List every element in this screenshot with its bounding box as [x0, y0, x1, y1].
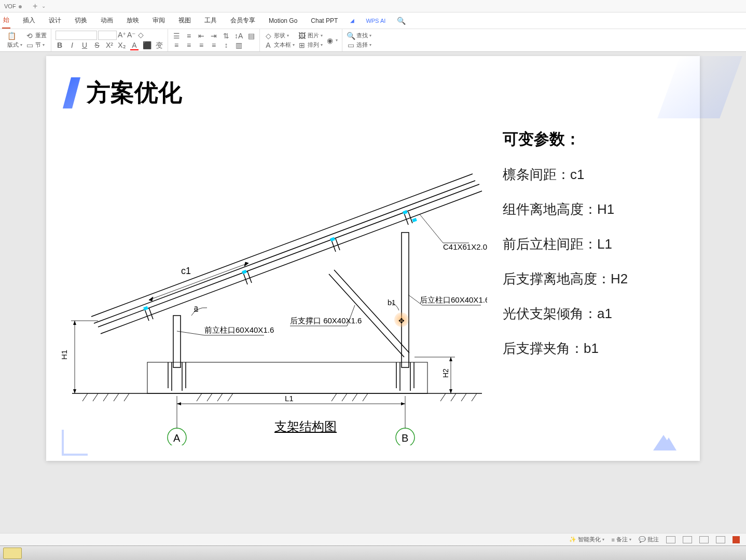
param-h1: 组件离地高度：H1 — [503, 200, 679, 218]
svg-rect-18 — [147, 362, 427, 393]
bullet-list-button[interactable]: ☰ — [172, 32, 181, 40]
sorter-view-button[interactable] — [683, 536, 692, 543]
slide-title-area: 方案优化 — [67, 77, 182, 109]
align-center-button[interactable]: ≡ — [185, 41, 193, 49]
section-dropdown[interactable]: ▭ 节 ▾ — [25, 41, 47, 49]
label-h1: H1 — [60, 350, 68, 360]
textbox-button[interactable]: A 文本框 ▾ — [264, 41, 295, 49]
label-b1: b1 — [388, 298, 396, 307]
tab-slideshow[interactable]: 放映 — [126, 13, 140, 28]
format-dropdown[interactable]: 版式 ▾ — [7, 41, 22, 49]
reading-view-button[interactable] — [699, 536, 709, 543]
structure-diagram[interactable]: c1 a b1 C41X61X2.0 前立柱口60X40X1.6 — [57, 124, 487, 445]
reset-icon: ⟲ — [25, 32, 34, 40]
tab-animation[interactable]: 动画 — [100, 13, 114, 28]
clear-format-button[interactable]: ◇ — [136, 31, 145, 40]
chevron-down-icon: ▾ — [321, 33, 323, 38]
tab-member[interactable]: 会员专享 — [229, 13, 256, 28]
highlight-button[interactable]: ⬛ — [143, 41, 151, 50]
label-spec-c: C41X61X2.0 — [443, 242, 487, 251]
subscript-button[interactable]: X₂ — [118, 41, 126, 50]
char-spacing-button[interactable]: 变 — [155, 41, 163, 50]
align-left-button[interactable]: ≡ — [172, 41, 181, 49]
params-title: 可变参数： — [503, 129, 679, 150]
reset-button[interactable]: ⟲ 重置 — [25, 32, 47, 40]
svg-marker-63 — [73, 389, 76, 393]
svg-line-35 — [145, 309, 149, 321]
normal-view-button[interactable] — [666, 536, 675, 543]
toolbar: 📋 版式 ▾ ⟲ 重置 ▭ 节 ▾ A⁺ A⁻ — [0, 29, 746, 52]
align-right-button[interactable]: ≡ — [197, 41, 205, 49]
label-rear-col: 后立柱口60X40X1.6 — [420, 295, 487, 304]
font-decrease-button[interactable]: A⁻ — [127, 31, 135, 40]
diagram-svg: c1 a b1 C41X61X2.0 前立柱口60X40X1.6 — [57, 124, 487, 445]
slide-title[interactable]: 方案优化 — [87, 77, 182, 109]
param-l1: 前后立柱间距：L1 — [503, 235, 679, 253]
tab-review[interactable]: 审阅 — [151, 13, 166, 28]
svg-line-8 — [217, 393, 223, 401]
svg-line-36 — [149, 308, 153, 319]
insert-group: ◇ 形状 ▾ A 文本框 ▾ 🖼 图片 ▾ ⊞ 排列 ▾ — [260, 29, 342, 51]
status-bar: ✨ 智能美化 ▾ ≡ 备注 ▾ 💬 批注 — [0, 533, 746, 545]
svg-line-5 — [124, 393, 129, 401]
svg-line-32 — [98, 184, 479, 327]
shape-button[interactable]: ◇ 形状 ▾ — [264, 32, 295, 40]
taskbar-app-icon[interactable] — [3, 548, 22, 559]
chevron-down-icon: ▾ — [20, 43, 22, 47]
svg-rect-24 — [402, 233, 409, 367]
zoom-button[interactable] — [733, 536, 740, 543]
strike-button[interactable]: S — [93, 41, 101, 50]
tab-tools[interactable]: 工具 — [203, 13, 218, 28]
parameters-panel[interactable]: 可变参数： 檩条间距：c1 组件离地高度：H1 前后立柱间距：L1 后支撑离地高… — [503, 129, 679, 374]
tab-insert[interactable]: 插入 — [22, 13, 36, 28]
slide[interactable]: 方案优化 — [46, 56, 700, 461]
smart-beautify-button[interactable]: ✨ 智能美化 ▾ — [569, 536, 604, 543]
align-text-button[interactable]: ↕A — [234, 32, 243, 40]
superscript-button[interactable]: X² — [105, 41, 114, 50]
tab-motion-go[interactable]: Motion Go — [268, 14, 298, 28]
notes-button[interactable]: ≡ 备注 ▾ — [612, 536, 631, 543]
align-justify-button[interactable]: ≡ — [210, 41, 218, 49]
tab-dropdown-icon[interactable]: ⌄ — [42, 3, 46, 9]
slideshow-button[interactable] — [716, 536, 725, 543]
find-button[interactable]: 🔍 查找 ▾ — [347, 32, 371, 40]
select-button[interactable]: ▭ 选择 ▾ — [347, 41, 371, 49]
chevron-down-icon: ▾ — [287, 33, 289, 38]
comments-button[interactable]: 💬 批注 — [639, 536, 659, 543]
tab-design[interactable]: 设计 — [48, 13, 62, 28]
font-family-input[interactable] — [56, 31, 97, 40]
fill-button[interactable]: ◉ ▾ — [326, 36, 338, 45]
svg-line-13 — [363, 393, 368, 401]
font-increase-button[interactable]: A⁺ — [118, 31, 126, 40]
line-spacing-button[interactable]: ↕ — [222, 41, 230, 49]
svg-line-3 — [103, 393, 108, 401]
font-size-input[interactable] — [98, 31, 117, 40]
tab-chat-ppt[interactable]: Chat PPT — [310, 14, 339, 28]
columns-button[interactable]: ▥ — [234, 41, 243, 49]
tab-transition[interactable]: 切换 — [74, 13, 88, 28]
diagram-caption[interactable]: 支架结构图 — [274, 418, 337, 435]
increase-indent-button[interactable]: ⇥ — [210, 32, 218, 40]
add-tab-button[interactable]: + — [33, 2, 37, 11]
wps-ai-button[interactable]: WPS AI — [366, 18, 385, 24]
svg-rect-47 — [412, 218, 417, 222]
marker-b: B — [402, 432, 408, 444]
document-tab[interactable]: VOF ● — [4, 2, 22, 10]
text-direction-button[interactable]: ⇅ — [222, 32, 230, 40]
decrease-indent-button[interactable]: ⇤ — [197, 32, 205, 40]
underline-button[interactable]: U — [80, 41, 89, 50]
close-tab-icon[interactable]: ● — [18, 2, 22, 10]
svg-line-6 — [197, 393, 202, 401]
font-color-button[interactable]: A — [130, 41, 139, 50]
tab-start[interactable]: 始 — [2, 12, 10, 29]
number-list-button[interactable]: ≡ — [185, 32, 193, 40]
convert-smartart-button[interactable]: ▤ — [247, 32, 255, 40]
image-button[interactable]: 🖼 图片 ▾ — [298, 32, 323, 40]
paste-button[interactable]: 📋 — [7, 32, 22, 40]
italic-button[interactable]: I — [68, 41, 76, 50]
bold-button[interactable]: B — [56, 41, 64, 50]
search-icon[interactable]: 🔍 — [397, 17, 406, 25]
tab-view[interactable]: 视图 — [177, 13, 192, 28]
textbox-icon: A — [264, 41, 272, 49]
arrange-button[interactable]: ⊞ 排列 ▾ — [298, 41, 323, 49]
